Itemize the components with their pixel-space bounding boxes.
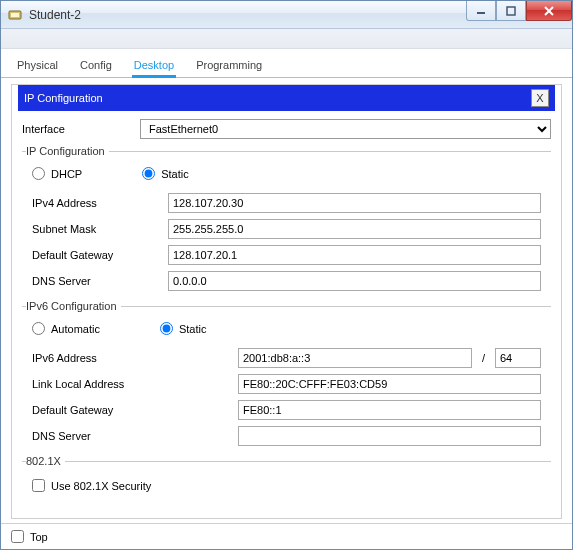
top-checkbox[interactable] bbox=[11, 530, 24, 543]
ipv6-gateway-input[interactable] bbox=[238, 400, 541, 420]
svg-rect-3 bbox=[507, 7, 515, 15]
tab-physical[interactable]: Physical bbox=[15, 55, 60, 77]
ipv6-group: IPv6 Configuration Automatic Static bbox=[22, 300, 551, 453]
ipv6-prefix-input[interactable] bbox=[495, 348, 541, 368]
interface-label: Interface bbox=[22, 123, 132, 135]
ipv6-gateway-label: Default Gateway bbox=[32, 404, 232, 416]
dot1x-label: Use 802.1X Security bbox=[51, 480, 151, 492]
ipv6-address-label: IPv6 Address bbox=[32, 352, 232, 364]
ipv6-auto-radio[interactable] bbox=[32, 322, 45, 335]
footer: Top bbox=[1, 523, 572, 549]
ipv4-dns-input[interactable] bbox=[168, 271, 541, 291]
minimize-button[interactable] bbox=[466, 1, 496, 21]
ipv4-dns-label: DNS Server bbox=[32, 275, 162, 287]
panel-title-text: IP Configuration bbox=[24, 92, 103, 104]
close-button[interactable] bbox=[526, 1, 572, 21]
panel-header: IP Configuration X bbox=[18, 85, 555, 111]
window-controls bbox=[466, 1, 572, 21]
dot1x-legend: 802.1X bbox=[26, 455, 65, 467]
ipv6-linklocal-input[interactable] bbox=[238, 374, 541, 394]
ipv4-gateway-input[interactable] bbox=[168, 245, 541, 265]
tab-programming[interactable]: Programming bbox=[194, 55, 264, 77]
tab-config[interactable]: Config bbox=[78, 55, 114, 77]
ipv4-dhcp-option[interactable]: DHCP bbox=[32, 167, 82, 180]
ipv4-dhcp-label: DHCP bbox=[51, 168, 82, 180]
ip-config-scroll[interactable]: IP Configuration X Interface FastEtherne… bbox=[11, 84, 562, 519]
ipv6-auto-option[interactable]: Automatic bbox=[32, 322, 100, 335]
ipv4-static-radio[interactable] bbox=[142, 167, 155, 180]
dot1x-group: 802.1X Use 802.1X Security bbox=[22, 455, 551, 502]
dot1x-checkbox[interactable] bbox=[32, 479, 45, 492]
ipv6-static-label: Static bbox=[179, 323, 207, 335]
maximize-button[interactable] bbox=[496, 1, 526, 21]
ipv4-gateway-label: Default Gateway bbox=[32, 249, 162, 261]
tab-bar: Physical Config Desktop Programming bbox=[1, 49, 572, 78]
ipv4-address-input[interactable] bbox=[168, 193, 541, 213]
ipv6-auto-label: Automatic bbox=[51, 323, 100, 335]
ipv6-address-input[interactable] bbox=[238, 348, 472, 368]
ipv6-linklocal-label: Link Local Address bbox=[32, 378, 232, 390]
app-icon bbox=[7, 7, 23, 23]
top-label: Top bbox=[30, 531, 48, 543]
ipv4-static-option[interactable]: Static bbox=[142, 167, 189, 180]
interface-row: Interface FastEthernet0 bbox=[18, 117, 555, 145]
ipv4-static-label: Static bbox=[161, 168, 189, 180]
interface-select[interactable]: FastEthernet0 bbox=[140, 119, 551, 139]
ipv6-static-option[interactable]: Static bbox=[160, 322, 207, 335]
ipv6-dns-input[interactable] bbox=[238, 426, 541, 446]
ipv4-address-label: IPv4 Address bbox=[32, 197, 162, 209]
ipv4-mask-label: Subnet Mask bbox=[32, 223, 162, 235]
app-window: Student-2 Physical Config Desktop Progra… bbox=[0, 0, 573, 550]
ipv6-dns-label: DNS Server bbox=[32, 430, 232, 442]
ipv6-static-radio[interactable] bbox=[160, 322, 173, 335]
ipv4-group: IP Configuration DHCP Static bbox=[22, 145, 551, 298]
ipv4-legend: IP Configuration bbox=[26, 145, 109, 157]
content-frame: Physical Config Desktop Programming IP C… bbox=[1, 49, 572, 549]
toolbar-strip bbox=[1, 29, 572, 49]
panel-close-button[interactable]: X bbox=[531, 89, 549, 107]
ipv6-legend: IPv6 Configuration bbox=[26, 300, 121, 312]
titlebar[interactable]: Student-2 bbox=[1, 1, 572, 29]
svg-rect-1 bbox=[11, 13, 19, 17]
ipv4-dhcp-radio[interactable] bbox=[32, 167, 45, 180]
ipv6-prefix-sep: / bbox=[478, 352, 489, 364]
tab-desktop[interactable]: Desktop bbox=[132, 55, 176, 77]
ipv4-mask-input[interactable] bbox=[168, 219, 541, 239]
panel-wrap: IP Configuration X Interface FastEtherne… bbox=[1, 78, 572, 523]
window-title: Student-2 bbox=[29, 8, 81, 22]
